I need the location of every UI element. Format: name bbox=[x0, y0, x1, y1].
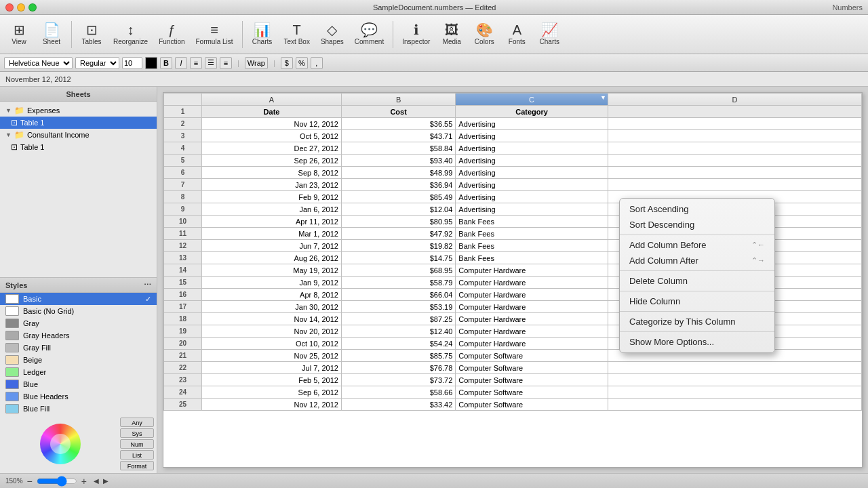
mini-btn-5[interactable]: Format bbox=[120, 461, 154, 470]
cell-category[interactable]: Computer Hardware bbox=[456, 289, 608, 301]
maximize-button[interactable] bbox=[28, 3, 37, 12]
cell-d[interactable] bbox=[608, 374, 861, 386]
cell-date[interactable]: Sep 8, 2012 bbox=[202, 167, 342, 179]
styles-options-icon[interactable]: ⋯ bbox=[144, 281, 151, 289]
style-beige[interactable]: Beige bbox=[0, 354, 157, 366]
cell-cost[interactable]: $47.92 bbox=[341, 228, 455, 240]
style-blue-headers[interactable]: Blue Headers bbox=[0, 390, 157, 403]
cell-cost[interactable]: $54.24 bbox=[341, 338, 455, 350]
cell-date[interactable]: Nov 25, 2012 bbox=[202, 350, 342, 362]
cell-category[interactable]: Computer Software bbox=[456, 386, 608, 399]
cell-category[interactable]: Bank Fees bbox=[456, 240, 608, 252]
cell-date[interactable]: Sep 26, 2012 bbox=[202, 155, 342, 167]
cell-d[interactable] bbox=[608, 399, 861, 411]
cell-cost[interactable]: $85.49 bbox=[341, 191, 455, 203]
cell-date[interactable]: Nov 14, 2012 bbox=[202, 313, 342, 325]
sidebar-item-table1-expenses[interactable]: ⊡ Table 1 bbox=[0, 117, 157, 129]
style-basic-no-grid[interactable]: Basic (No Grid) bbox=[0, 305, 157, 317]
cell-category[interactable]: Computer Software bbox=[456, 362, 608, 374]
cell-date[interactable]: Jan 9, 2012 bbox=[202, 277, 342, 289]
zoom-decrease-button[interactable]: − bbox=[27, 476, 33, 487]
cell-d[interactable] bbox=[608, 118, 861, 130]
cell-cost[interactable]: $58.79 bbox=[341, 277, 455, 289]
menu-item-add-before[interactable]: Add Column Before⌃← bbox=[620, 237, 774, 253]
align-right-button[interactable]: ≡ bbox=[220, 57, 232, 69]
comment-button[interactable]: 💬 Comment bbox=[351, 18, 388, 52]
cell-cost[interactable]: $12.04 bbox=[341, 203, 455, 216]
cell-date[interactable]: Sep 6, 2012 bbox=[202, 386, 342, 399]
cell-category[interactable]: Bank Fees bbox=[456, 252, 608, 264]
comma-button[interactable]: , bbox=[311, 57, 323, 69]
menu-item-categorize[interactable]: Categorize by This Column bbox=[620, 314, 774, 329]
cell-cost[interactable]: $12.40 bbox=[341, 325, 455, 338]
cell-date[interactable]: Aug 26, 2012 bbox=[202, 252, 342, 264]
cell-date[interactable]: Oct 10, 2012 bbox=[202, 338, 342, 350]
cell-cost[interactable]: $36.55 bbox=[341, 118, 455, 130]
tables-button[interactable]: ⊡ Tables bbox=[77, 18, 106, 52]
cell-category[interactable]: Bank Fees bbox=[456, 216, 608, 228]
view-button[interactable]: ⊞ View bbox=[4, 18, 34, 52]
inspector-button[interactable]: ℹ Inspector bbox=[398, 18, 434, 52]
cell-cost[interactable]: $19.82 bbox=[341, 240, 455, 252]
cell-cost[interactable]: $48.99 bbox=[341, 167, 455, 179]
zoom-increase-button[interactable]: + bbox=[81, 476, 87, 487]
style-gray-headers[interactable]: Gray Headers bbox=[0, 329, 157, 342]
cell-date[interactable]: Feb 5, 2012 bbox=[202, 374, 342, 386]
style-blue-fill[interactable]: Blue Fill bbox=[0, 403, 157, 415]
style-blue[interactable]: Blue bbox=[0, 378, 157, 390]
cell-date[interactable]: Mar 1, 2012 bbox=[202, 228, 342, 240]
percent-button[interactable]: % bbox=[296, 57, 308, 69]
wrap-button[interactable]: Wrap bbox=[245, 57, 268, 69]
cell-d[interactable] bbox=[608, 362, 861, 374]
mini-btn-4[interactable]: List bbox=[120, 450, 154, 460]
mini-btn-3[interactable]: Num bbox=[120, 439, 154, 449]
cell-cost[interactable]: $53.19 bbox=[341, 301, 455, 313]
colors-button[interactable]: 🎨 Colors bbox=[469, 18, 499, 52]
col-header-d[interactable]: D bbox=[608, 94, 861, 106]
cell-cost[interactable]: $93.40 bbox=[341, 155, 455, 167]
menu-item-add-after[interactable]: Add Column After⌃→ bbox=[620, 253, 774, 268]
font-family-select[interactable]: Helvetica Neue bbox=[4, 57, 73, 69]
cell-date[interactable]: Jun 7, 2012 bbox=[202, 240, 342, 252]
mini-btn-2[interactable]: Sys bbox=[120, 428, 154, 438]
cell-date[interactable]: Jan 23, 2012 bbox=[202, 179, 342, 191]
color-wheel[interactable] bbox=[40, 424, 81, 464]
mini-btn-1[interactable]: Any bbox=[120, 418, 154, 427]
traffic-lights[interactable] bbox=[5, 3, 37, 12]
cell-cost[interactable]: $66.04 bbox=[341, 289, 455, 301]
menu-item-delete[interactable]: Delete Column bbox=[620, 273, 774, 289]
cell-cost[interactable]: $85.75 bbox=[341, 350, 455, 362]
cell-date[interactable]: Dec 27, 2012 bbox=[202, 142, 342, 155]
zoom-slider[interactable] bbox=[37, 476, 77, 487]
sheet-button[interactable]: 📄 Sheet bbox=[37, 18, 66, 52]
cell-category[interactable]: Advertising bbox=[456, 191, 608, 203]
cell-date[interactable]: Feb 9, 2012 bbox=[202, 191, 342, 203]
cell-category[interactable]: Computer Hardware bbox=[456, 264, 608, 277]
cell-category[interactable]: Computer Software bbox=[456, 350, 608, 362]
cell-cost[interactable]: $80.95 bbox=[341, 216, 455, 228]
col-header-a[interactable]: A bbox=[202, 94, 342, 106]
currency-button[interactable]: $ bbox=[281, 57, 293, 69]
cell-category[interactable]: Computer Hardware bbox=[456, 338, 608, 350]
align-left-button[interactable]: ≡ bbox=[190, 57, 202, 69]
bold-button[interactable]: B bbox=[160, 57, 172, 69]
col-header-c[interactable]: C ▼ bbox=[456, 94, 608, 106]
formula-list-button[interactable]: ≡ Formula List bbox=[192, 18, 237, 52]
style-ledger[interactable]: Ledger bbox=[0, 366, 157, 378]
cell-date[interactable]: Oct 5, 2012 bbox=[202, 130, 342, 142]
style-gray[interactable]: Gray bbox=[0, 317, 157, 329]
cell-cost[interactable]: $33.42 bbox=[341, 399, 455, 411]
cell-date[interactable]: Jan 6, 2012 bbox=[202, 203, 342, 216]
cell-d[interactable] bbox=[608, 130, 861, 142]
cell-category[interactable]: Advertising bbox=[456, 179, 608, 191]
cell-d[interactable] bbox=[608, 386, 861, 399]
cell-cost[interactable]: $14.75 bbox=[341, 252, 455, 264]
shapes-button[interactable]: ◇ Shapes bbox=[317, 18, 348, 52]
navigate-right-button[interactable]: ▶ bbox=[103, 477, 108, 485]
font-size-input[interactable] bbox=[122, 57, 142, 69]
cell-cost[interactable]: $76.78 bbox=[341, 362, 455, 374]
cell-date[interactable]: May 19, 2012 bbox=[202, 264, 342, 277]
cell-date[interactable]: Nov 12, 2012 bbox=[202, 399, 342, 411]
cell-category[interactable]: Bank Fees bbox=[456, 228, 608, 240]
cell-category[interactable]: Advertising bbox=[456, 167, 608, 179]
